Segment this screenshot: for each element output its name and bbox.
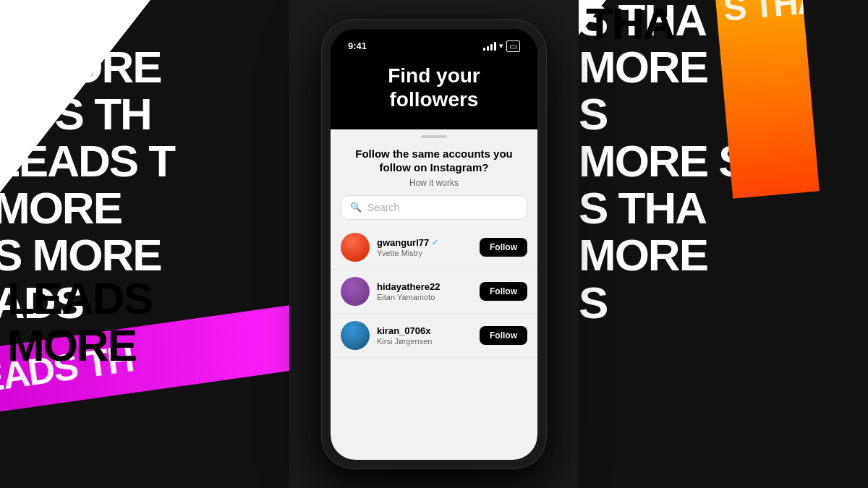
left-black-text: LEADS MORE	[7, 275, 152, 369]
phone-light-section: Follow the same accounts you follow on I…	[331, 129, 537, 460]
user-handle: hidayathere22	[377, 281, 440, 292]
user-list: gwangurl77 ✓ Yvette Mistry Follow hiday	[331, 226, 537, 460]
phone-heading: Find your followers	[345, 64, 523, 112]
follow-button[interactable]: Follow	[480, 282, 527, 301]
right-black-text: THA	[586, 0, 673, 47]
display-name: Eitan Yamamoto	[377, 293, 472, 301]
search-bar[interactable]: 🔍 Search	[341, 195, 527, 220]
avatar	[341, 233, 370, 262]
handle-row: gwangurl77 ✓	[377, 237, 472, 248]
user-handle: kiran_0706x	[377, 325, 430, 336]
search-placeholder: Search	[367, 202, 399, 213]
user-item: kiran_0706x Kirsi Jørgensen Follow	[331, 314, 537, 358]
battery-icon: ▭	[506, 40, 520, 52]
phone-dark-section: 9:41 ▾ ▭ Find your fo	[331, 29, 537, 129]
phone-mockup: 9:41 ▾ ▭ Find your fo	[322, 20, 546, 468]
right-background-panel: S THA MORE S MORE S S THA MORE S THA S T…	[579, 0, 868, 488]
user-info: kiran_0706x Kirsi Jørgensen	[377, 325, 472, 346]
user-handle: gwangurl77	[377, 237, 429, 248]
phone-outer-shell: 9:41 ▾ ▭ Find your fo	[322, 20, 546, 468]
search-icon: 🔍	[350, 202, 362, 213]
user-item: gwangurl77 ✓ Yvette Mistry Follow	[331, 226, 537, 270]
user-info: gwangurl77 ✓ Yvette Mistry	[377, 237, 472, 257]
user-info: hidayathere22 Eitan Yamamoto	[377, 281, 472, 301]
handle-row: kiran_0706x	[377, 325, 472, 336]
avatar	[341, 277, 370, 306]
display-name: Kirsi Jørgensen	[377, 337, 472, 346]
signal-icon	[483, 42, 496, 51]
phone-screen: 9:41 ▾ ▭ Find your fo	[331, 29, 537, 460]
verified-badge: ✓	[432, 238, 438, 247]
display-name: Yvette Mistry	[377, 249, 472, 257]
user-item: hidayathere22 Eitan Yamamoto Follow	[331, 270, 537, 314]
follow-heading: Follow the same accounts you follow on I…	[331, 147, 537, 175]
scroll-indicator	[421, 135, 447, 138]
handle-row: hidayathere22	[377, 281, 472, 292]
wifi-icon: ▾	[499, 41, 503, 51]
orange-strip: S THA	[714, 0, 820, 199]
left-background-panel: MORE S MORE ADS TH LEADS T MORE S MORE A…	[0, 0, 289, 488]
status-time: 9:41	[348, 40, 367, 51]
follow-button[interactable]: Follow	[480, 326, 527, 345]
follow-button[interactable]: Follow	[480, 238, 527, 257]
status-icons: ▾ ▭	[483, 40, 520, 52]
avatar	[341, 321, 370, 350]
status-bar: 9:41 ▾ ▭	[345, 40, 523, 52]
how-it-works-link[interactable]: How it works	[331, 178, 537, 188]
